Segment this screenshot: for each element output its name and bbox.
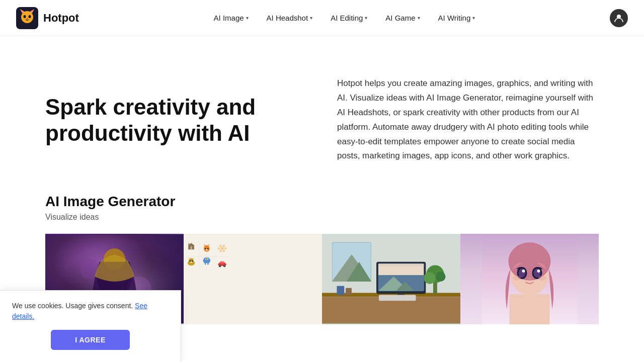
image-card-3[interactable] (322, 234, 460, 324)
image-placeholder-4 (460, 234, 599, 324)
svg-rect-58 (205, 263, 206, 264)
svg-point-41 (223, 250, 225, 252)
image-placeholder-2 (184, 234, 322, 324)
svg-rect-92 (510, 294, 550, 324)
svg-point-50 (190, 261, 193, 263)
hero-section: Spark creativity and productivity with A… (0, 36, 644, 194)
user-icon (614, 13, 624, 23)
nav-links: AI Image ▾ AI Headshot ▾ AI Editing ▾ AI… (206, 10, 484, 26)
svg-point-42 (219, 250, 222, 252)
cookie-banner: We use cookies. Usage gives consent. See… (0, 290, 181, 344)
svg-point-6 (24, 15, 26, 18)
logo-text: Hotpot (43, 12, 79, 25)
svg-point-8 (27, 18, 28, 19)
svg-rect-74 (322, 297, 460, 324)
hero-left: Spark creativity and productivity with A… (45, 94, 307, 146)
svg-rect-84 (379, 295, 416, 301)
section-subtitle: Visualize ideas (45, 213, 599, 222)
nav-item-ai-game[interactable]: AI Game ▾ (377, 10, 428, 26)
section-title: AI Image Generator (45, 194, 599, 210)
svg-point-65 (219, 265, 221, 267)
svg-point-43 (221, 247, 224, 250)
nav-item-ai-writing[interactable]: AI Writing ▾ (430, 10, 484, 26)
svg-point-1 (21, 11, 33, 23)
svg-rect-59 (207, 263, 209, 264)
svg-point-100 (522, 269, 525, 273)
hero-description: Hotpot helps you create amazing images, … (337, 76, 599, 163)
chevron-down-icon: ▾ (310, 15, 312, 21)
svg-point-103 (538, 276, 546, 281)
cookie-agree-button[interactable]: I AGREE (51, 330, 130, 344)
user-avatar[interactable] (610, 9, 628, 27)
svg-rect-62 (220, 261, 224, 263)
svg-point-101 (537, 269, 540, 273)
svg-point-87 (424, 273, 436, 285)
svg-point-102 (513, 276, 521, 281)
image-card-2[interactable] (184, 234, 322, 324)
hero-heading: Spark creativity and productivity with A… (45, 94, 307, 146)
svg-rect-27 (188, 244, 190, 244)
svg-point-55 (207, 258, 208, 260)
logo-link[interactable]: Hotpot (16, 7, 79, 29)
image-placeholder-3 (322, 234, 460, 324)
cookie-text: We use cookies. Usage gives consent. See… (12, 301, 169, 322)
svg-point-88 (436, 272, 446, 282)
chevron-down-icon: ▾ (418, 15, 420, 21)
svg-rect-25 (191, 246, 192, 250)
chevron-down-icon: ▾ (472, 15, 475, 21)
image-card-4[interactable] (460, 234, 599, 324)
svg-point-40 (224, 247, 227, 250)
svg-point-35 (205, 249, 208, 251)
svg-point-28 (204, 245, 210, 252)
chevron-down-icon: ▾ (246, 15, 249, 21)
svg-point-37 (218, 247, 220, 250)
logo-icon (16, 7, 38, 29)
svg-rect-90 (346, 288, 352, 295)
nav-item-ai-headshot[interactable]: AI Headshot ▾ (259, 10, 321, 26)
svg-rect-57 (209, 259, 210, 262)
chevron-down-icon: ▾ (365, 15, 367, 21)
nav-item-ai-image[interactable]: AI Image ▾ (206, 10, 257, 26)
hero-right: Hotpot helps you create amazing images, … (337, 76, 599, 163)
nav-item-ai-editing[interactable]: AI Editing ▾ (323, 10, 375, 26)
svg-point-66 (224, 265, 225, 267)
svg-point-7 (29, 15, 31, 18)
svg-point-39 (223, 245, 225, 247)
navbar: Hotpot AI Image ▾ AI Headshot ▾ AI Editi… (0, 0, 644, 36)
svg-rect-89 (337, 286, 344, 295)
svg-rect-56 (203, 259, 204, 262)
svg-point-38 (219, 245, 222, 247)
svg-rect-81 (378, 264, 424, 266)
